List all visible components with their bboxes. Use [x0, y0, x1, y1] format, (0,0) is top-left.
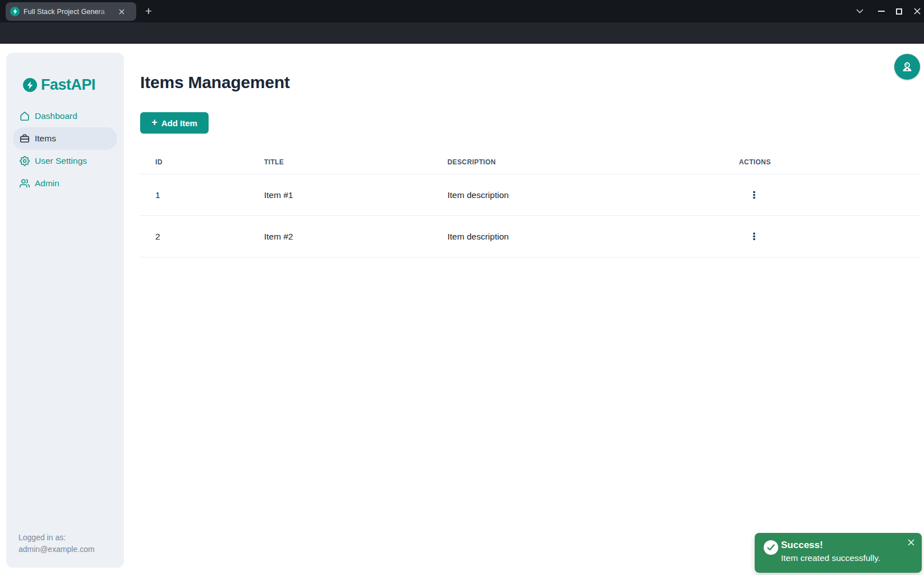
sidebar-item-admin[interactable]: Admin: [13, 172, 117, 195]
fastapi-bolt-icon: [23, 78, 37, 92]
table-header-row: ID TITLE DESCRIPTION ACTIONS: [140, 150, 920, 174]
sidebar-item-label: User Settings: [35, 156, 87, 166]
user-avatar-button[interactable]: [894, 54, 920, 80]
column-header-title: TITLE: [248, 158, 432, 166]
add-item-button[interactable]: + Add Item: [140, 112, 209, 134]
tab-title-fade: [98, 8, 113, 16]
gear-icon: [19, 156, 30, 167]
window-minimize-button[interactable]: [874, 4, 889, 18]
row-actions-kebab-icon[interactable]: ⋮: [747, 188, 761, 203]
column-header-description: DESCRIPTION: [432, 158, 723, 166]
new-tab-button[interactable]: +: [141, 4, 156, 19]
table-row: 2 Item #2 Item description ⋮: [140, 216, 920, 257]
toast-title: Success!: [781, 540, 914, 551]
sidebar-nav: Dashboard Items User S: [6, 105, 124, 195]
items-table: ID TITLE DESCRIPTION ACTIONS 1 Item #1 I…: [140, 150, 920, 257]
cell-title: Item #2: [248, 232, 432, 242]
success-toast: Success! Item created successfully.: [755, 533, 922, 573]
tab-search-chevron-icon[interactable]: [852, 4, 867, 18]
cell-description: Item description: [432, 232, 723, 242]
cell-id: 2: [140, 232, 248, 242]
toast-message: Item created successfully.: [781, 553, 914, 563]
column-header-id: ID: [140, 158, 248, 166]
app-logo[interactable]: FastAPI: [23, 76, 124, 94]
sidebar-item-label: Admin: [35, 178, 59, 188]
row-actions-kebab-icon[interactable]: ⋮: [747, 229, 761, 244]
tab-title: Full Stack Project Genera: [24, 8, 113, 16]
users-icon: [19, 178, 30, 189]
page-title: Items Management: [140, 73, 290, 92]
cell-description: Item description: [432, 190, 723, 200]
home-icon: [19, 111, 30, 122]
sidebar-item-label: Items: [35, 134, 56, 144]
cell-actions: ⋮: [723, 188, 920, 203]
plus-icon: +: [151, 117, 158, 128]
tab-close-icon[interactable]: [117, 7, 127, 17]
sidebar: FastAPI Dashboard Items: [6, 53, 124, 568]
toast-close-icon[interactable]: [906, 537, 916, 548]
briefcase-icon: [19, 134, 30, 144]
app-page: FastAPI Dashboard Items: [0, 44, 924, 575]
sidebar-item-user-settings[interactable]: User Settings: [13, 150, 117, 172]
column-header-actions: ACTIONS: [723, 158, 920, 166]
cell-id: 1: [140, 190, 248, 200]
logged-in-email: admin@example.com: [19, 544, 95, 555]
sidebar-item-dashboard[interactable]: Dashboard: [13, 105, 117, 127]
sidebar-item-label: Dashboard: [35, 111, 77, 121]
browser-tab[interactable]: Full Stack Project Genera: [6, 2, 136, 21]
window-maximize-button[interactable]: [891, 4, 906, 18]
table-row: 1 Item #1 Item description ⋮: [140, 174, 920, 216]
window-close-button[interactable]: [910, 4, 924, 18]
user-icon: [900, 60, 914, 73]
logged-in-info: Logged in as: admin@example.com: [19, 532, 95, 555]
cell-actions: ⋮: [723, 229, 920, 244]
sidebar-item-items[interactable]: Items: [13, 127, 117, 150]
app-logo-text: FastAPI: [41, 76, 95, 94]
logged-in-label: Logged in as:: [19, 532, 95, 544]
tab-favicon-icon: [10, 7, 20, 16]
check-circle-icon: [764, 540, 778, 555]
cell-title: Item #1: [248, 190, 432, 200]
browser-tab-bar: Full Stack Project Genera +: [0, 0, 924, 22]
browser-toolbar: i localhost/items: [0, 22, 924, 44]
